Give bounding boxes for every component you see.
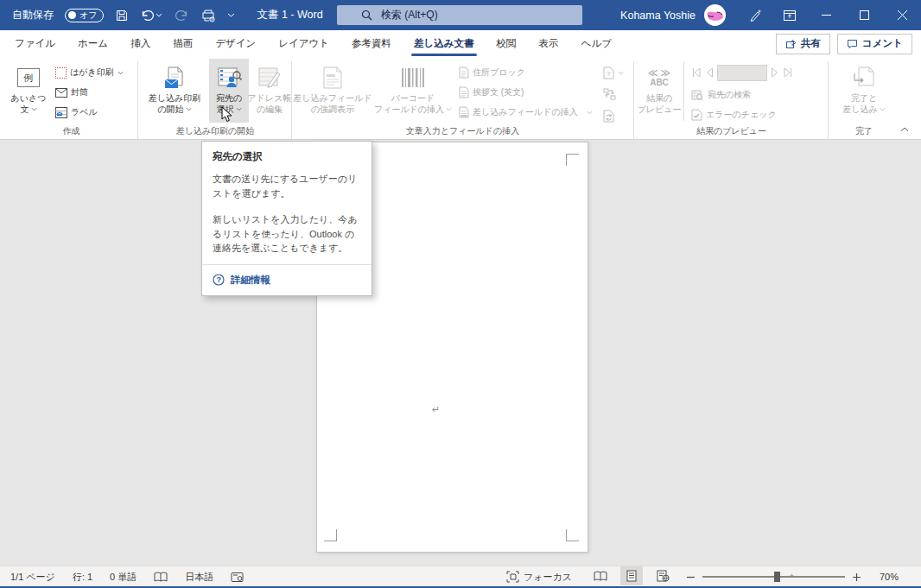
comment-button[interactable]: コメント <box>837 34 912 54</box>
zoom-in-button[interactable] <box>853 566 861 587</box>
check-errors-icon <box>691 109 702 121</box>
redo-button <box>174 9 189 22</box>
tab-references[interactable]: 参考資料 <box>340 30 403 57</box>
chevron-down-icon <box>236 107 242 111</box>
proofing-icon[interactable] <box>154 572 168 583</box>
autosave-label: 自動保存 <box>12 8 54 22</box>
start-mail-merge-button[interactable]: 差し込み印刷 の開始 <box>140 59 209 123</box>
select-recipients-icon <box>216 63 242 92</box>
greeting-line-button[interactable]: 例 あいさつ 文 <box>5 59 52 123</box>
share-icon <box>785 38 797 49</box>
group-label-finish: 完了 <box>830 125 898 137</box>
svg-text:?: ? <box>217 275 222 284</box>
crop-mark-top-right <box>566 154 579 166</box>
tooltip-paragraph-1: 文書の送り先にするユーザーのリストを選びます。 <box>213 172 361 200</box>
share-button[interactable]: 共有 <box>776 34 830 54</box>
zoom-slider-thumb[interactable] <box>774 572 780 582</box>
group-label-preview: 結果のプレビュー <box>635 125 828 137</box>
page-indicator[interactable]: 1/1 ページ <box>10 571 55 584</box>
language-indicator[interactable]: 日本語 <box>185 571 213 584</box>
crop-mark-bottom-right <box>566 529 579 541</box>
tab-home[interactable]: ホーム <box>67 30 119 57</box>
svg-text:?: ? <box>607 70 611 78</box>
qat-overflow-icon[interactable] <box>227 13 235 18</box>
postcard-print-button[interactable]: はがき印刷 <box>55 65 124 80</box>
match-fields-icon <box>603 88 616 100</box>
search-icon <box>361 9 372 21</box>
address-block-button: 住所ブロック <box>459 65 593 80</box>
zoom-level[interactable]: 70% <box>880 566 899 587</box>
zoom-slider[interactable]: + <box>702 566 845 587</box>
word-window: 自動保存 オフ 文書 1 - Word <box>0 0 921 588</box>
group-label-start: 差し込み印刷の開始 <box>140 125 290 137</box>
ink-pen-icon[interactable] <box>738 0 772 30</box>
zoom-out-button[interactable] <box>687 566 695 587</box>
group-start-mail-merge: 差し込み印刷 の開始 宛先の 選択 <box>140 57 290 140</box>
comment-icon <box>847 39 858 49</box>
rules-button: ? <box>603 65 624 80</box>
ribbon-tab-row: ファイル ホーム 挿入 描画 デザイン レイアウト 参考資料 差し込み文書 校閲… <box>0 30 921 57</box>
user-avatar[interactable] <box>704 4 726 26</box>
zoom-slider-track[interactable]: + <box>702 576 845 578</box>
maximize-button[interactable] <box>845 0 883 30</box>
next-record-icon[interactable] <box>771 67 779 78</box>
tab-view[interactable]: 表示 <box>528 30 570 57</box>
save-icon[interactable] <box>115 9 129 22</box>
minimize-button[interactable] <box>807 0 845 30</box>
web-layout-button[interactable] <box>651 566 674 585</box>
print-layout-button[interactable] <box>620 566 643 585</box>
record-number-input[interactable] <box>717 65 767 81</box>
labels-button[interactable]: ラベル <box>55 104 124 120</box>
macro-record-icon[interactable] <box>231 572 244 583</box>
close-button[interactable] <box>883 0 921 30</box>
line-indicator[interactable]: 行: 1 <box>73 571 92 584</box>
toggle-knob <box>68 11 76 19</box>
finish-and-merge-button: 完了と 差し込み <box>836 59 892 123</box>
chevron-down-icon <box>186 107 192 111</box>
document-icon <box>459 106 469 118</box>
tab-design[interactable]: デザイン <box>204 30 267 57</box>
group-create: 例 あいさつ 文 はがき印刷 封筒 <box>5 57 137 140</box>
document-icon <box>459 86 469 98</box>
rules-icon: ? <box>603 66 614 79</box>
tab-mailings[interactable]: 差し込み文書 <box>403 30 486 57</box>
autosave-state: オフ <box>79 9 97 22</box>
greeting-line-en-button: 挨拶文 (英文) <box>459 85 593 100</box>
print-preview-icon[interactable] <box>200 9 216 22</box>
envelopes-button[interactable]: 封筒 <box>55 85 124 100</box>
previous-record-icon[interactable] <box>705 67 714 78</box>
autosave-toggle[interactable]: オフ <box>65 9 104 22</box>
read-mode-button[interactable] <box>589 566 612 585</box>
update-labels-icon <box>603 110 614 123</box>
word-count[interactable]: 0 単語 <box>110 571 137 584</box>
focus-icon <box>506 571 519 583</box>
tab-layout[interactable]: レイアウト <box>267 30 340 57</box>
last-record-icon[interactable] <box>783 67 793 78</box>
tab-file[interactable]: ファイル <box>3 30 67 57</box>
document-title: 文書 1 - Word <box>257 8 322 22</box>
collapse-ribbon-icon[interactable] <box>897 123 912 136</box>
tab-insert[interactable]: 挿入 <box>119 30 162 57</box>
preview-results-icon: ≪ ≫ ABC <box>648 63 670 92</box>
finish-merge-icon <box>851 63 877 92</box>
tab-help[interactable]: ヘルプ <box>570 30 623 57</box>
group-write-insert-fields: 差し込みフィールド の強調表示 バーコード フィールドの挿入 住所ブロック <box>293 57 632 140</box>
group-preview-results: ≪ ≫ ABC 結果の プレビュー <box>635 57 828 140</box>
insert-merge-field-button: 差し込みフィールドの挿入 <box>459 104 593 120</box>
first-record-icon[interactable] <box>691 67 702 78</box>
chevron-down-icon <box>31 107 37 111</box>
tooltip-paragraph-2: 新しいリストを入力したり、今あるリストを使ったり、Outlook の連絡先を選ぶ… <box>213 212 361 256</box>
undo-button[interactable] <box>140 9 162 22</box>
search-box[interactable]: 検索 (Alt+Q) <box>337 5 582 25</box>
focus-mode-button[interactable]: フォーカス <box>506 566 572 587</box>
tell-me-more-link[interactable]: ? 詳細情報 <box>213 271 361 288</box>
tab-draw[interactable]: 描画 <box>162 30 204 57</box>
tab-review[interactable]: 校閲 <box>486 30 528 57</box>
chevron-down-icon <box>446 107 452 111</box>
zoom-slider-notch: + <box>790 572 794 580</box>
user-name[interactable]: Kohama Yoshie <box>620 9 696 22</box>
ribbon-display-options-icon[interactable] <box>772 0 807 30</box>
group-finish: 完了と 差し込み 完了 <box>830 57 898 140</box>
document-icon <box>459 66 469 79</box>
chevron-down-icon <box>880 107 886 111</box>
